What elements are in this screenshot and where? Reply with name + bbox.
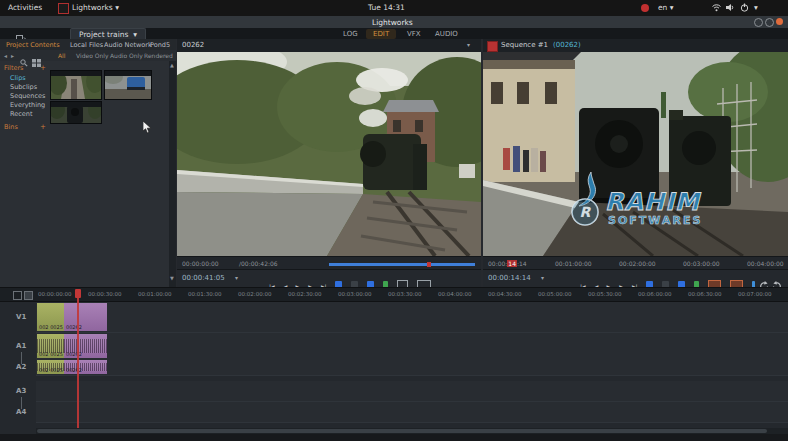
sequence-ruler-row[interactable]: 00:00:14:14 00:01:00:00 00:02:00:00 00:0… [483, 256, 788, 270]
filters-section-header: Filters [4, 64, 23, 72]
bin-tab-bar: Project Contents Local Files Audio Netwo… [0, 39, 176, 50]
system-menu-chevron-icon[interactable]: ▾ [754, 3, 758, 12]
bin-scrollbar[interactable]: ▲ ▼ [169, 61, 176, 287]
track-row-a1[interactable] [36, 333, 788, 360]
track-label-a2[interactable]: A2 [16, 363, 26, 371]
ruler-label: 00:05:30:00 [588, 291, 622, 297]
source-transport-row: 00:00:41:05 ▾ |◀ ◀ ▶ ▶ ▶| [177, 269, 481, 287]
timecode-menu-icon[interactable]: ▾ [541, 274, 544, 281]
history-back-icon[interactable]: ◂ [4, 52, 7, 59]
history-forward-icon[interactable]: ▸ [11, 52, 14, 59]
timeline-settings-icon[interactable] [13, 291, 22, 300]
track-row-a2[interactable] [36, 359, 788, 376]
filter-all[interactable]: All [58, 52, 65, 59]
ruler-label: 00:00:30:00 [88, 291, 122, 297]
add-bin-button[interactable]: + [40, 123, 46, 131]
sidebar-item-recent[interactable]: Recent [10, 110, 32, 118]
thumbnail-label-bar [105, 71, 151, 76]
sidebar-item-clips[interactable]: Clips [10, 74, 26, 82]
ruler-label: 00:03:30:00 [388, 291, 422, 297]
audio-clip-purple-a1[interactable]: 00262 [64, 334, 107, 358]
source-progress-bar[interactable] [329, 263, 475, 266]
track-label-a3[interactable]: A3 [16, 387, 26, 395]
tab-log[interactable]: LOG [336, 29, 365, 39]
watermark-initial: R [580, 204, 592, 220]
lightworks-app-icon [58, 3, 69, 14]
sequence-tile-icon[interactable] [487, 41, 498, 52]
tab-vfx[interactable]: VFX [400, 29, 428, 39]
clock[interactable]: Tue 14:31 [368, 3, 405, 12]
sequence-current-timecode[interactable]: 00:00:14:14 [488, 274, 531, 282]
timeline-hscrollbar-thumb[interactable] [37, 429, 767, 433]
source-video-frame [177, 52, 481, 256]
mouse-cursor [143, 119, 152, 138]
sidebar-item-subclips[interactable]: Subclips [10, 83, 37, 91]
ruler-label: 00:02:00:00 [238, 291, 272, 297]
video-clip-green[interactable]: 002 0025 [37, 303, 64, 331]
screen-record-indicator-icon [641, 4, 649, 12]
audio-clip-green-a1[interactable]: 002 0025 [37, 334, 64, 358]
main-toolbar: Project trains ▾ LOG EDIT VFX AUDIO [0, 28, 788, 39]
sequence-ruler-label: 00:03:00:00 [683, 260, 720, 267]
sequence-ruler-first-label: 00:00:14:14 [488, 260, 527, 267]
track-label-a1[interactable]: A1 [16, 342, 26, 350]
track-label-a4[interactable]: A4 [16, 408, 26, 416]
ruler-label: 00:04:30:00 [488, 291, 522, 297]
close-button[interactable] [776, 18, 783, 25]
ruler-label: 00:05:00:00 [538, 291, 572, 297]
viewer-menu-icon[interactable]: ▾ [467, 41, 470, 48]
source-duration-timecode: /00:00:42:06 [239, 260, 278, 267]
clip-thumbnail-1[interactable] [50, 70, 102, 100]
track-link-line [21, 397, 22, 409]
sidebar-item-everything[interactable]: Everything [10, 101, 45, 109]
activities-button[interactable]: Activities [8, 3, 42, 12]
chevron-down-icon: ▾ [670, 3, 674, 12]
thumbnail-label-bar [51, 71, 101, 76]
sidebar-item-sequences[interactable]: Sequences [10, 92, 45, 100]
track-row-a3[interactable] [36, 381, 788, 402]
ruler-label: 00:00:00:00 [38, 291, 72, 297]
watermark-line2: SOFTWARES [608, 214, 702, 227]
track-row-v1[interactable] [36, 302, 788, 333]
app-menu-button[interactable]: Lightworks ▾ [72, 3, 119, 12]
track-label-v1[interactable]: V1 [16, 313, 26, 321]
sequence-viewer-header[interactable]: Sequence #1 (00262) [483, 39, 788, 53]
minimize-button[interactable] [754, 18, 763, 27]
scroll-up-icon[interactable]: ▲ [170, 62, 174, 68]
sequence-ruler-label: 00:04:00:00 [747, 260, 784, 267]
audio-clip-green-a2[interactable]: 002 0025 [37, 360, 64, 374]
power-icon[interactable] [740, 3, 749, 14]
watermark-line1: RAHIM [605, 188, 702, 216]
timecode-menu-icon[interactable]: ▾ [235, 274, 238, 281]
sequence-title: Sequence #1 [501, 41, 548, 49]
timeline-playhead-handle[interactable] [75, 289, 81, 298]
keyboard-layout-indicator[interactable]: en ▾ [658, 3, 674, 12]
ruler-label: 00:01:00:00 [138, 291, 172, 297]
timeline-ruler[interactable]: 00:00:00:00 00:00:30:00 00:01:00:00 00:0… [0, 288, 788, 302]
add-filter-button[interactable]: + [40, 64, 46, 72]
filter-rendered[interactable]: Rendered [144, 52, 173, 59]
tab-edit[interactable]: EDIT [366, 29, 396, 39]
maximize-button[interactable] [765, 18, 774, 27]
ruler-label: 00:01:30:00 [188, 291, 222, 297]
volume-icon[interactable] [726, 3, 735, 14]
ruler-label: 00:07:00:00 [738, 291, 772, 297]
source-viewer-header[interactable]: 00262 ▾ [177, 39, 481, 53]
audio-clip-purple-a2[interactable]: 00262 [64, 360, 107, 374]
track-row-a4[interactable] [36, 402, 788, 423]
project-contents-panel: Project Contents Local Files Audio Netwo… [0, 39, 176, 287]
timeline-playhead[interactable] [77, 289, 79, 428]
filter-video-only[interactable]: Video Only [76, 52, 108, 59]
clip-thumbnail-2[interactable] [104, 70, 152, 100]
network-icon[interactable] [712, 3, 721, 14]
bin-filter-bar: ◂ ▸ All Video Only Audio Only Rendered [0, 50, 176, 61]
filter-audio-only[interactable]: Audio Only [110, 52, 143, 59]
sequence-transport-row: 00:00:14:14 ▾ |◀ ◀ ▶ ▶ ▶| [483, 269, 788, 287]
scroll-down-icon[interactable]: ▼ [170, 275, 174, 281]
clip-thumbnail-3[interactable] [50, 101, 102, 124]
source-current-timecode[interactable]: 00:00:41:05 [182, 274, 225, 282]
video-clip-purple[interactable]: 00262 [64, 303, 107, 331]
tab-audio[interactable]: AUDIO [428, 29, 465, 39]
source-progress-knob[interactable] [427, 262, 431, 267]
timeline-tracks-icon[interactable] [24, 291, 33, 300]
